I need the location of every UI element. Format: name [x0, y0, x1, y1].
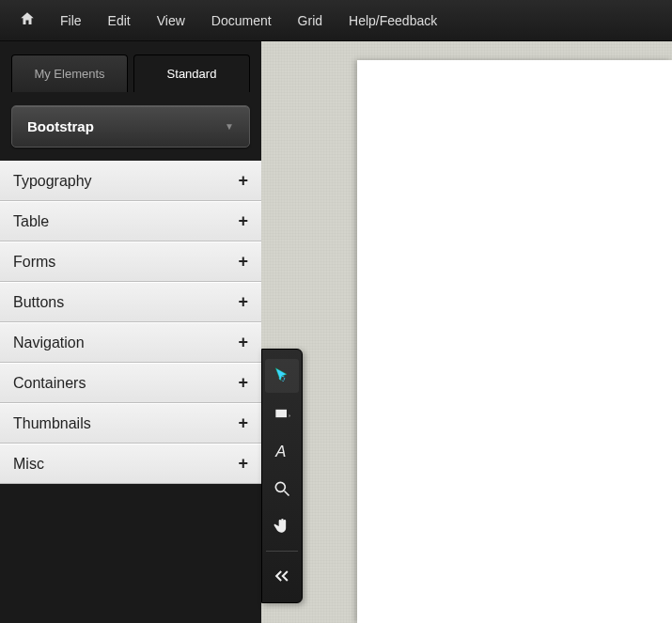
text-tool[interactable]: A — [265, 434, 299, 468]
canvas-area — [261, 41, 672, 623]
plus-icon: + — [238, 292, 248, 312]
category-typography[interactable]: Typography + — [0, 161, 261, 201]
menu-document[interactable]: Document — [200, 8, 283, 34]
plus-icon: + — [238, 171, 248, 191]
zoom-tool[interactable] — [265, 472, 299, 506]
svg-point-2 — [275, 482, 285, 491]
svg-line-3 — [285, 491, 289, 496]
category-label: Misc — [13, 456, 44, 473]
plus-icon: + — [238, 252, 248, 272]
plus-icon: + — [238, 413, 248, 433]
category-label: Containers — [13, 375, 86, 392]
svg-text:A: A — [274, 443, 286, 460]
plus-icon: + — [238, 373, 248, 393]
document-canvas[interactable] — [357, 60, 672, 623]
framework-dropdown[interactable]: Bootstrap ▼ — [11, 105, 250, 148]
select-move-tool[interactable] — [265, 359, 299, 393]
category-containers[interactable]: Containers + — [0, 363, 261, 403]
collapse-palette-button[interactable] — [265, 559, 299, 593]
category-label: Thumbnails — [13, 415, 91, 432]
tab-standard[interactable]: Standard — [133, 55, 250, 92]
category-label: Typography — [13, 173, 92, 190]
menubar: File Edit View Document Grid Help/Feedba… — [0, 0, 672, 41]
menu-edit[interactable]: Edit — [97, 8, 142, 34]
category-label: Table — [13, 213, 49, 230]
rectangle-tool[interactable] — [265, 397, 299, 430]
svg-rect-0 — [275, 410, 287, 417]
elements-sidebar: My Elements Standard Bootstrap ▼ Typogra… — [0, 41, 261, 623]
category-thumbnails[interactable]: Thumbnails + — [0, 403, 261, 444]
category-label: Forms — [13, 254, 55, 271]
chevron-down-icon: ▼ — [225, 121, 234, 132]
category-navigation[interactable]: Navigation + — [0, 322, 261, 363]
category-forms[interactable]: Forms + — [0, 241, 261, 282]
sidebar-tabs: My Elements Standard — [0, 41, 261, 92]
menu-view[interactable]: View — [146, 8, 196, 34]
plus-icon: + — [238, 454, 248, 474]
category-buttons[interactable]: Buttons + — [0, 282, 261, 322]
pan-hand-tool[interactable] — [265, 509, 299, 543]
plus-icon: + — [238, 211, 248, 231]
home-icon[interactable] — [9, 5, 45, 37]
menu-help[interactable]: Help/Feedback — [337, 8, 448, 34]
category-label: Buttons — [13, 294, 64, 311]
category-accordion: Typography + Table + Forms + Buttons + N… — [0, 161, 261, 484]
menu-grid[interactable]: Grid — [287, 8, 334, 34]
tool-palette: A — [261, 349, 303, 603]
tool-divider — [266, 551, 298, 552]
menu-file[interactable]: File — [49, 8, 93, 34]
category-label: Navigation — [13, 335, 85, 351]
tab-my-elements[interactable]: My Elements — [11, 55, 128, 92]
category-misc[interactable]: Misc + — [0, 444, 261, 484]
plus-icon: + — [238, 333, 248, 352]
category-table[interactable]: Table + — [0, 201, 261, 241]
workspace: My Elements Standard Bootstrap ▼ Typogra… — [0, 41, 672, 623]
framework-label: Bootstrap — [27, 118, 94, 134]
